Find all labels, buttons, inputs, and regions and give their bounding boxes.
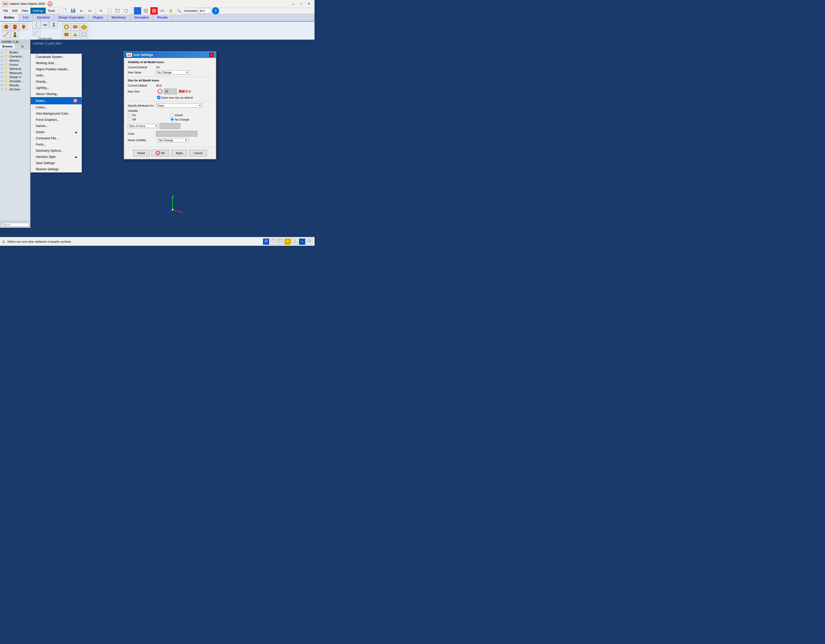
status-btn-4[interactable]: [284, 239, 291, 245]
toolbar-select-btn[interactable]: [106, 7, 113, 14]
menu-icons[interactable]: Icons... b: [31, 97, 82, 104]
toolbar-redo-btn[interactable]: ↪: [86, 7, 93, 14]
menu-view[interactable]: View: [20, 8, 30, 14]
t2-btn1[interactable]: [2, 23, 10, 30]
menu-object-position[interactable]: Object Position Handle...: [31, 66, 82, 73]
tab-machinery[interactable]: Machinery: [107, 14, 130, 21]
reset-button[interactable]: Reset: [133, 150, 149, 156]
t2-g6[interactable]: [80, 31, 88, 38]
search-input[interactable]: [1, 223, 29, 227]
menu-fonts[interactable]: Fonts...: [31, 141, 82, 148]
menu-file[interactable]: File: [1, 8, 10, 14]
toolbar-target-btn[interactable]: [150, 7, 158, 14]
menu-edit[interactable]: Edit: [10, 8, 20, 14]
menu-restore-settings[interactable]: Restore Settings: [31, 166, 82, 172]
status-btn-3[interactable]: [277, 239, 284, 245]
status-btn-2[interactable]: [270, 239, 277, 245]
tree-allother[interactable]: + 📁 All Other: [1, 87, 29, 91]
t2-walk[interactable]: [50, 21, 58, 28]
menu-gravity[interactable]: Gravity...: [31, 79, 82, 85]
close-button[interactable]: ✕: [305, 1, 312, 6]
toolbar-cursor-btn[interactable]: ↖: [97, 7, 105, 14]
toolbar-parts-btn[interactable]: [134, 7, 141, 14]
toolbar-undo-btn[interactable]: ↩: [78, 7, 85, 14]
new-value-select[interactable]: No Change On Off: [158, 71, 186, 74]
radio-no-change-input[interactable]: [170, 118, 174, 121]
browse-tab[interactable]: Browse: [0, 44, 15, 49]
menu-interface-style[interactable]: Interface Style ▶: [31, 154, 82, 160]
menu-force-graphics[interactable]: Force Graphics...: [31, 117, 82, 123]
color-box[interactable]: [156, 131, 197, 136]
menu-command-file[interactable]: Command File...: [31, 135, 82, 141]
dialog-close-button[interactable]: ✕: [209, 53, 214, 57]
tab-design-exploration[interactable]: Design Exploration: [54, 14, 89, 21]
toolbar-hand-btn[interactable]: 🖐: [167, 7, 174, 14]
toolbar-save-btn[interactable]: [70, 7, 77, 14]
name-visibility-select[interactable]: No Change On Off: [159, 139, 185, 142]
t2-g3[interactable]: [80, 23, 88, 30]
menu-coordinate-system[interactable]: Coordinate System...: [31, 54, 82, 60]
tree-results[interactable]: + 📁 Results: [1, 83, 29, 87]
radio-inherit-input[interactable]: [170, 113, 174, 117]
status-btn-5[interactable]: [292, 239, 298, 245]
menu-settings[interactable]: Settings: [30, 8, 46, 14]
toolbar-new-btn[interactable]: [61, 7, 68, 14]
menu-view-bg-color[interactable]: View Background Color...: [31, 111, 82, 117]
menu-units[interactable]: Units...: [31, 73, 82, 79]
t2-g1[interactable]: [62, 23, 71, 30]
new-size-input[interactable]: [164, 89, 177, 94]
toolbar-3d-btn[interactable]: [122, 7, 130, 14]
ok-button[interactable]: d OK: [151, 150, 170, 156]
t2-g4[interactable]: [62, 31, 71, 38]
tree-forces[interactable]: + 📁 Forces: [1, 63, 29, 67]
toolbar-render-btn[interactable]: [142, 7, 149, 14]
menu-save-settings[interactable]: Save Settings: [31, 160, 82, 166]
t2-btn2[interactable]: [11, 23, 19, 30]
radio-off-input[interactable]: [128, 118, 131, 121]
status-btn-info[interactable]: i: [299, 239, 305, 245]
t2-btn4[interactable]: [2, 31, 10, 38]
specify-select[interactable]: Parts Markers Joints Springs: [158, 104, 199, 107]
status-btn-1[interactable]: [263, 239, 269, 245]
toolbar-box-btn[interactable]: [114, 7, 121, 14]
tree-simulation[interactable]: + 📁 Simulatic...: [1, 79, 29, 83]
tab-simulation[interactable]: Simulation: [130, 14, 153, 21]
tree-bodies[interactable]: + 📁 Bodies: [1, 50, 29, 54]
menu-colors[interactable]: Colors...: [31, 104, 82, 111]
t2-spring1[interactable]: [32, 21, 40, 28]
t2-xyz[interactable]: xyz: [41, 21, 49, 28]
menu-geometry-options[interactable]: Geometry Options...: [31, 148, 82, 154]
t2-btn5[interactable]: [11, 31, 19, 38]
tree-designv[interactable]: + 📁 Design V: [1, 75, 29, 79]
tree-elements[interactable]: + 📁 Elements: [1, 67, 29, 71]
menu-lighting[interactable]: Lighting...: [31, 85, 82, 91]
increment-input[interactable]: [198, 8, 211, 14]
minimize-button[interactable]: —: [290, 1, 297, 6]
grp-tab[interactable]: Gr: [15, 44, 30, 49]
save-default-checkbox[interactable]: [157, 96, 161, 99]
t2-curve[interactable]: [32, 29, 40, 36]
t2-btn3[interactable]: [20, 23, 28, 30]
tab-connectors[interactable]: Con: [19, 14, 33, 21]
toolbar-zoom-btn[interactable]: 🔍: [175, 7, 182, 14]
apply-button[interactable]: Apply: [171, 150, 187, 156]
maximize-button[interactable]: □: [298, 1, 305, 6]
radio-on-input[interactable]: [128, 113, 131, 117]
menu-working-grid[interactable]: Working Grid...: [31, 60, 82, 66]
tab-bodies[interactable]: Bodies: [0, 14, 19, 21]
t2-g5[interactable]: [71, 31, 79, 38]
menu-stereo-viewing[interactable]: Stereo Viewing...: [31, 91, 82, 97]
help-button[interactable]: ?: [212, 7, 219, 14]
toolbar-connect-btn[interactable]: [159, 7, 166, 14]
tab-plugins[interactable]: Plugins: [89, 14, 107, 21]
status-btn-6[interactable]: [306, 239, 312, 245]
menu-names[interactable]: Names...: [31, 123, 82, 129]
tab-results[interactable]: Results: [153, 14, 172, 21]
size-icons-select[interactable]: Size of Icons: [129, 124, 155, 128]
cancel-button[interactable]: Cancel: [189, 150, 207, 156]
tree-connectors[interactable]: + 📁 Connecto...: [1, 54, 29, 59]
tab-elements[interactable]: Elements: [33, 14, 54, 21]
menu-tools[interactable]: Tools: [46, 8, 57, 14]
t2-g2[interactable]: [71, 23, 79, 30]
tree-measures[interactable]: + 📁 Measures: [1, 71, 29, 75]
